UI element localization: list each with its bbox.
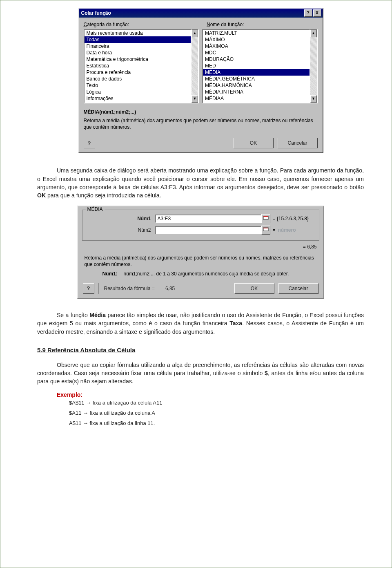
scroll-up-icon[interactable]: ▲: [192, 30, 198, 37]
list-item[interactable]: Lógica: [85, 89, 191, 95]
list-item[interactable]: Financeira: [85, 43, 191, 49]
list-item[interactable]: MDURAÇÃO: [203, 56, 310, 63]
question-icon: ?: [87, 285, 90, 291]
list-item[interactable]: MED: [203, 63, 310, 69]
list-item[interactable]: MÉDIA.GEOMÉTRICA: [203, 76, 310, 82]
list-item[interactable]: Estatística: [85, 63, 191, 69]
arg2-hint: número: [278, 227, 296, 233]
list-item[interactable]: Mais recentemente usada: [85, 30, 191, 36]
function-arguments-dialog: MÉDIA Núm1 = {15.2.6.3,25.8} Núm2: [77, 206, 324, 299]
function-description: Retorna a média (aritmética) dos argumen…: [85, 255, 317, 268]
help-icon[interactable]: ?: [304, 9, 312, 17]
function-description: Retorna a média (aritmética) dos argumen…: [84, 117, 318, 130]
example-label: Exemplo:: [57, 391, 364, 398]
list-item[interactable]: Texto: [85, 82, 191, 89]
question-icon: ?: [88, 140, 91, 146]
example-line: $A11 → fixa a utilização da coluna A: [69, 410, 364, 416]
close-icon[interactable]: X: [313, 9, 321, 17]
function-name-label: Nome da função:: [207, 22, 318, 27]
arg1-label: Núm1: [122, 216, 151, 221]
example-line: A$11 → fixa a utilização da linha 11.: [69, 420, 364, 426]
body-text: Se a função Média parece tão simples de …: [37, 311, 364, 336]
function-signature: MÉDIA(núm1;núm2;...): [84, 109, 318, 115]
function-listbox[interactable]: MATRIZ.MULTMÁXIMOMÁXIMOAMDCMDURAÇÃOMEDMÉ…: [202, 29, 310, 103]
svg-rect-1: [263, 216, 268, 217]
scroll-up-icon[interactable]: ▲: [310, 30, 317, 37]
collapse-dialog-icon[interactable]: [261, 214, 270, 223]
category-listbox[interactable]: Mais recentemente usadaTodasFinanceiraDa…: [84, 29, 192, 103]
example-lines: $A$11 → fixa a utilização da célula A11 …: [69, 400, 364, 426]
ok-button[interactable]: OK: [234, 138, 274, 148]
body-text: Uma segunda caixa de diálogo será aberta…: [37, 166, 364, 199]
paragraph: Observe que ao copiar fórmulas utilizand…: [37, 361, 364, 386]
list-item[interactable]: Matemática e trigonométrica: [85, 56, 191, 63]
body-text: Observe que ao copiar fórmulas utilizand…: [37, 361, 364, 386]
dialog-title: Colar função: [81, 10, 111, 16]
list-item[interactable]: MDC: [203, 49, 310, 56]
scroll-track[interactable]: [192, 37, 198, 95]
paragraph: Uma segunda caixa de diálogo será aberta…: [37, 166, 364, 199]
list-item[interactable]: Informações: [85, 95, 191, 102]
list-item[interactable]: Todas: [85, 36, 191, 43]
arguments-group: MÉDIA Núm1 = {15.2.6.3,25.8} Núm2: [82, 210, 319, 241]
context-help-button[interactable]: ?: [83, 283, 94, 294]
list-item[interactable]: Data e hora: [85, 49, 191, 56]
scroll-track[interactable]: [310, 37, 317, 95]
list-item[interactable]: MÉDIA.INTERNA: [203, 89, 310, 95]
function-scrollbar[interactable]: ▲ ▼: [310, 29, 318, 103]
scroll-down-icon[interactable]: ▼: [192, 95, 198, 103]
arg2-input[interactable]: [155, 226, 261, 234]
list-item[interactable]: MÁXIMO: [203, 36, 310, 43]
category-label: Categoria da função:: [84, 22, 195, 27]
cancel-button[interactable]: Cancelar: [278, 283, 318, 294]
context-help-button[interactable]: ?: [84, 138, 95, 148]
svg-rect-3: [263, 228, 268, 228]
list-item[interactable]: Banco de dados: [85, 76, 191, 82]
intermediate-result: = 6,85: [79, 244, 317, 250]
formula-result-value: 6,85: [165, 286, 175, 291]
list-item[interactable]: MÉDIA.HARMÔNICA: [203, 82, 310, 89]
ok-button[interactable]: OK: [234, 283, 274, 294]
category-scrollbar[interactable]: ▲ ▼: [192, 29, 199, 103]
cancel-button[interactable]: Cancelar: [278, 138, 318, 148]
paste-function-dialog: Colar função ? X Categoria da função: No…: [78, 8, 323, 153]
list-item[interactable]: MATRIZ.MULT: [203, 30, 310, 36]
argument-help: Núm1: núm1;núm2;... de 1 a 30 argumentos…: [124, 271, 317, 277]
separator: [98, 283, 99, 294]
collapse-dialog-icon[interactable]: [261, 226, 270, 235]
dialog-titlebar: Colar função ? X: [79, 9, 323, 18]
arg1-input[interactable]: [155, 215, 261, 223]
list-item[interactable]: Procura e referência: [85, 69, 191, 76]
arg2-label: Núm2: [122, 227, 151, 233]
group-title: MÉDIA: [86, 206, 105, 212]
formula-result-label: Resultado da fórmula =: [104, 286, 155, 291]
example-line: $A$11 → fixa a utilização da célula A11: [69, 400, 364, 406]
paragraph: Se a função Média parece tão simples de …: [37, 311, 364, 336]
list-item[interactable]: MÉDIA: [203, 69, 310, 76]
arg1-preview: = {15.2.6.3,25.8}: [273, 216, 309, 221]
section-heading: 5.9 Referência Absoluta de Célula: [37, 347, 364, 353]
list-item[interactable]: MÉDIAA: [203, 95, 310, 102]
arg2-equals: =: [273, 227, 276, 233]
scroll-down-icon[interactable]: ▼: [310, 95, 317, 103]
list-item[interactable]: MÁXIMOA: [203, 43, 310, 49]
